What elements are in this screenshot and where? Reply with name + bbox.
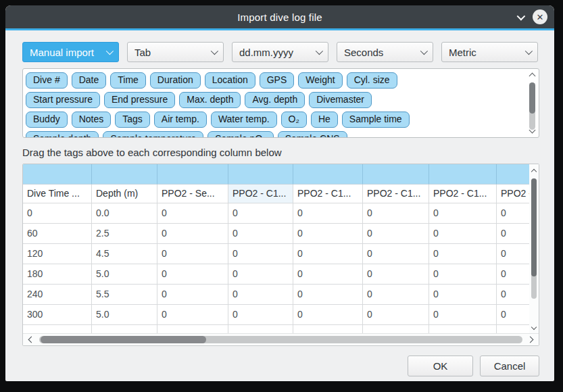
table-cell: 0 (293, 224, 363, 244)
drop-target-cell[interactable] (429, 164, 497, 185)
drop-target-cell[interactable] (157, 164, 228, 185)
chevron-down-icon[interactable] (517, 11, 526, 20)
tag-row: Start pressureEnd pressureMax. depthAvg.… (26, 92, 525, 108)
combo-value: Metric (449, 47, 521, 58)
tag-duration[interactable]: Duration (150, 72, 201, 89)
column-header[interactable]: Dive Time ... (23, 185, 92, 203)
table-cell: 120 (23, 244, 92, 264)
drop-target-cell[interactable] (497, 164, 531, 185)
clipped-cell (157, 325, 228, 333)
table-cell: 0 (228, 285, 293, 305)
combo-value: Manual import (30, 47, 102, 58)
titlebar-accent-line (5, 28, 554, 30)
clipped-cell (23, 325, 92, 333)
close-button[interactable]: ✕ (533, 9, 547, 24)
column-header[interactable]: PPO2 - C1... (497, 185, 531, 203)
table-cell: 0 (157, 244, 228, 264)
column-header-row: Dive Time ...Depth (m)PPO2 - Se...PPO2 -… (23, 185, 539, 203)
column-header[interactable]: Depth (m) (92, 185, 157, 203)
table-cell: 5.0 (92, 264, 157, 285)
tag-o[interactable]: O₂ (281, 112, 307, 128)
tag-sample-po[interactable]: Sample pO₂ (207, 131, 273, 138)
tag-time[interactable]: Time (110, 72, 146, 89)
tag-pool-scrollbar[interactable] (528, 70, 537, 136)
table-cell: 0 (363, 244, 429, 264)
scroll-up-icon[interactable] (529, 73, 536, 80)
tag-sample-cns[interactable]: Sample CNS (278, 131, 347, 138)
tag-notes[interactable]: Notes (72, 112, 112, 128)
tag-buddy[interactable]: Buddy (26, 112, 68, 128)
tag-row: BuddyNotesTagsAir temp.Water temp.O₂HeSa… (26, 112, 525, 128)
tag-dive[interactable]: Dive # (26, 72, 68, 89)
chevron-down-icon (106, 47, 114, 55)
tag-max-depth[interactable]: Max. depth (179, 92, 241, 108)
tag-sample-time[interactable]: Sample time (342, 112, 410, 128)
scroll-right-icon[interactable] (527, 337, 534, 343)
tag-cyl-size[interactable]: Cyl. size (347, 72, 397, 89)
table-row: 00.0000000 (23, 203, 539, 224)
duration-format-combo[interactable]: Seconds (337, 42, 433, 62)
tag-avg-depth[interactable]: Avg. depth (245, 92, 305, 108)
table-cell: 5.5 (92, 285, 157, 305)
cancel-button[interactable]: Cancel (480, 356, 539, 376)
column-header[interactable]: PPO2 - C1... (228, 185, 293, 203)
table-cell: 0 (497, 244, 531, 264)
scroll-down-icon[interactable] (531, 324, 537, 330)
scrollbar-thumb[interactable] (41, 336, 206, 343)
field-separator-combo[interactable]: Tab (127, 42, 224, 62)
combo-value: dd.mm.yyyy (239, 47, 312, 58)
clipped-cell (363, 325, 429, 333)
ok-button[interactable]: OK (408, 356, 473, 376)
tag-air-temp[interactable]: Air temp. (154, 112, 207, 128)
window-frame: Import dive log file ✕ Manual import Tab… (0, 0, 563, 392)
tag-date[interactable]: Date (72, 72, 107, 89)
drop-target-cell[interactable] (363, 164, 429, 185)
tag-location[interactable]: Location (205, 72, 255, 89)
import-mode-combo[interactable]: Manual import (22, 42, 119, 62)
dialog-buttons: OK Cancel (22, 356, 539, 376)
table-cell: 0.0 (92, 203, 157, 224)
table-cell: 0 (363, 264, 429, 285)
column-header[interactable]: PPO2 - C1... (293, 185, 363, 203)
clipped-cell (228, 325, 293, 333)
table-cell: 0 (293, 203, 363, 224)
tag-row: Sample depthSample temperatureSample pO₂… (26, 131, 525, 138)
dialog-title: Import dive log file (237, 11, 322, 23)
chevron-down-icon (420, 47, 428, 55)
drop-target-cell[interactable] (228, 164, 293, 185)
table-cell: 0 (228, 244, 293, 264)
scroll-up-icon[interactable] (531, 169, 537, 174)
units-combo[interactable]: Metric (441, 42, 538, 62)
tag-start-pressure[interactable]: Start pressure (26, 92, 100, 108)
drop-target-cell[interactable] (92, 164, 157, 185)
date-format-combo[interactable]: dd.mm.yyyy (232, 42, 328, 62)
tag-sample-depth[interactable]: Sample depth (26, 131, 99, 138)
tag-divemaster[interactable]: Divemaster (309, 92, 372, 108)
table-row: 602.5000000 (23, 224, 539, 244)
scrollbar-thumb[interactable] (531, 178, 537, 276)
table-row: 3005.0000000 (23, 305, 539, 325)
tag-sample-temperature[interactable]: Sample temperature (103, 131, 203, 138)
tag-he[interactable]: He (311, 112, 338, 128)
scroll-left-icon[interactable] (28, 337, 35, 343)
table-cell: 0 (23, 203, 92, 224)
drop-target-cell[interactable] (23, 164, 92, 185)
column-header[interactable]: PPO2 - C1... (363, 185, 429, 203)
table-body: 00.0000000602.50000001204.50000001805.00… (23, 203, 539, 325)
table-vertical-scrollbar[interactable] (529, 164, 539, 333)
scrollbar-thumb[interactable] (529, 82, 535, 114)
column-header[interactable]: PPO2 - Se... (157, 185, 228, 203)
tag-row: Dive #DateTimeDurationLocationGPSWeightC… (26, 72, 525, 89)
import-options-row: Manual import Tab dd.mm.yyyy Seconds Met… (22, 42, 539, 62)
tag-gps[interactable]: GPS (260, 72, 295, 89)
tag-end-pressure[interactable]: End pressure (104, 92, 175, 108)
table-cell: 0 (429, 224, 497, 244)
tag-tags[interactable]: Tags (115, 112, 150, 128)
tag-water-temp[interactable]: Water temp. (211, 112, 277, 128)
drop-target-cell[interactable] (293, 164, 363, 185)
table-cell: 180 (23, 264, 92, 285)
table-horizontal-scrollbar[interactable] (23, 333, 539, 345)
column-header[interactable]: PPO2 - C1... (429, 185, 497, 203)
tag-weight[interactable]: Weight (298, 72, 342, 89)
titlebar[interactable]: Import dive log file ✕ (5, 5, 554, 28)
